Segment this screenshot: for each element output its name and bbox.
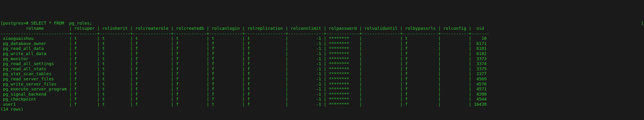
footer: (14 rows) xyxy=(0,107,24,112)
separator-row: ---------------------------+----------+-… xyxy=(0,31,489,36)
prompt: [postgres=# xyxy=(0,21,31,25)
data-rows: xiaoguaishou | t | t | t | t | t | t | -… xyxy=(0,36,489,107)
cursor-bracket: ] xyxy=(641,21,644,26)
terminal-output: [postgres=# SELECT * FROM pg_roles;] rol… xyxy=(0,21,644,112)
sql-query: SELECT * FROM pg_roles; xyxy=(31,21,92,25)
header-row: rolname | rolsuper | rolinherit | rolcre… xyxy=(0,26,489,31)
